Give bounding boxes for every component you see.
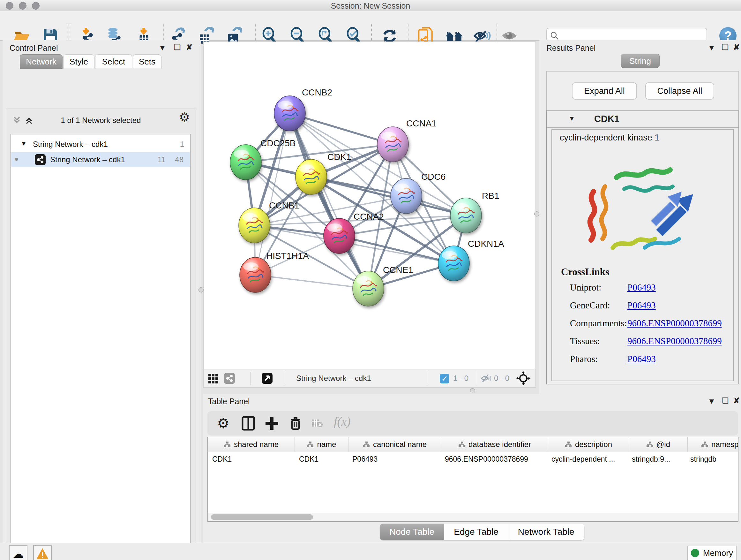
network-row-selected[interactable]: ● String Network – cdk1 11 48 [11, 152, 190, 167]
collapse-all-button[interactable]: Collapse All [645, 82, 714, 100]
table-panel: Table Panel ▼ ❏ ✘ ⚙ f(x) shared namename… [203, 394, 741, 543]
node-CCNE1[interactable] [353, 271, 384, 306]
node-label-CCNA2: CCNA2 [354, 212, 384, 222]
crosslink-link[interactable]: 9606.ENSP00000378699 [627, 336, 722, 347]
edge-CCNB2-CCNE1[interactable] [290, 113, 368, 289]
crosslink-link[interactable]: 9606.ENSP00000378699 [627, 318, 722, 328]
network-options-gear-icon[interactable]: ⚙ [179, 113, 190, 121]
network-nodes [230, 96, 482, 306]
column-header-shared-name[interactable]: shared name [208, 437, 295, 452]
float-panel-icon[interactable]: ❏ [174, 44, 181, 51]
tab-style[interactable]: Style [63, 54, 94, 69]
table-row[interactable]: CDK1CDK1P064939606.ENSP00000378699cyclin… [208, 452, 738, 466]
network-edge-count: 48 [175, 155, 184, 164]
search-icon [550, 31, 559, 40]
selected-count: 1 - 0 [453, 374, 468, 383]
column-header-namespace[interactable]: namespace [688, 437, 738, 452]
float-panel-icon[interactable]: ❏ [722, 397, 729, 405]
table-cell[interactable]: CDK1 [294, 452, 348, 466]
node-CCNA1[interactable] [377, 127, 408, 162]
delete-column-trash-icon[interactable] [288, 416, 303, 431]
crosslink-row: GeneCard:P06493 [570, 300, 730, 311]
table-horizontal-scrollbar[interactable] [208, 513, 738, 521]
crosslink-link[interactable]: P06493 [627, 282, 656, 293]
tab-edge-table[interactable]: Edge Table [444, 523, 509, 540]
column-header-name[interactable]: name [295, 437, 348, 452]
node-HIST1H1A[interactable] [240, 257, 271, 293]
crosslink-row: Tissues:9606.ENSP00000378699 [570, 336, 730, 347]
pan-crosshair-icon[interactable] [516, 371, 530, 385]
attribute-type-icon [363, 441, 370, 448]
close-panel-icon[interactable]: ✘ [733, 397, 740, 405]
table-cell[interactable]: CDK1 [208, 452, 294, 466]
warnings-button[interactable] [33, 545, 52, 560]
tab-select[interactable]: Select [95, 54, 132, 69]
table-type-tabs: Node TableEdge TableNetwork Table [380, 523, 584, 540]
column-header-description[interactable]: description [548, 437, 629, 452]
gene-card-header[interactable]: ▼ CDK1 [547, 111, 738, 128]
network-share-view-icon[interactable] [224, 373, 235, 384]
attribute-type-icon [565, 441, 572, 448]
collapse-panel-icon[interactable]: ▼ [708, 44, 716, 52]
close-panel-icon[interactable]: ✘ [186, 44, 192, 51]
collection-expander-icon[interactable]: ▼ [21, 140, 27, 147]
tab-string[interactable]: String [621, 54, 660, 68]
gene-card-cdk1: ▼ CDK1 cyclin-dependent kinase 1 [546, 111, 739, 384]
node-CCNA2[interactable] [324, 219, 355, 253]
memory-button[interactable]: Memory [687, 546, 737, 560]
selected-checkbox-icon[interactable]: ✓ [440, 374, 449, 383]
expand-all-button[interactable]: Expand All [572, 82, 637, 100]
network-selected-status: 1 of 1 Network selected [6, 116, 196, 125]
right-splitter-handle[interactable] [534, 211, 539, 216]
table-header-row: shared namenamecanonical namedatabase id… [208, 437, 738, 452]
table-cell[interactable]: stringdb [686, 452, 738, 466]
grid-view-icon[interactable] [208, 374, 218, 384]
node-CDKN1A[interactable] [438, 246, 469, 281]
delete-table-icon [312, 418, 323, 428]
birds-eye-view-icon[interactable] [262, 373, 273, 384]
column-header--id[interactable]: @id [629, 437, 688, 452]
table-cell[interactable]: stringdb:9... [627, 452, 686, 466]
node-CCNB1[interactable] [239, 208, 270, 243]
edge-CCNB2-CCNA1[interactable] [290, 113, 393, 144]
left-splitter-handle[interactable] [199, 287, 204, 293]
gene-expander-icon[interactable]: ▼ [569, 115, 575, 122]
add-column-icon[interactable] [264, 416, 280, 431]
node-label-CDC6: CDC6 [421, 172, 446, 182]
crosslink-link[interactable]: P06493 [627, 354, 656, 364]
node-label-CCNB2: CCNB2 [302, 87, 332, 98]
scrollbar-thumb[interactable] [211, 514, 313, 520]
table-cell[interactable]: cyclin-dependent ... [547, 452, 627, 466]
tab-sets[interactable]: Sets [133, 54, 161, 69]
column-header-canonical-name[interactable]: canonical name [348, 437, 441, 452]
float-panel-icon[interactable]: ❏ [722, 44, 729, 51]
show-columns-icon[interactable] [241, 416, 256, 431]
cloud-status-button[interactable]: ☁ [9, 545, 27, 560]
node-CDK1[interactable] [295, 159, 327, 194]
node-CDC25B[interactable] [230, 145, 261, 180]
table-cell[interactable]: P06493 [348, 452, 441, 466]
bottom-splitter-handle[interactable] [470, 388, 475, 393]
tab-network-table[interactable]: Network Table [509, 523, 584, 540]
network-collection-row[interactable]: ▼ String Network – cdk1 1 [11, 137, 190, 152]
column-header-database-identifier[interactable]: database identifier [441, 437, 548, 452]
close-panel-icon[interactable]: ✘ [733, 44, 740, 51]
memory-label: Memory [703, 548, 733, 558]
crosslink-row: Uniprot:P06493 [570, 282, 730, 293]
tab-network[interactable]: Network [20, 54, 63, 69]
collapse-panel-icon[interactable]: ▼ [708, 397, 716, 405]
node-RB1[interactable] [450, 198, 482, 233]
control-panel-tabs: NetworkStyleSelectSets [20, 54, 162, 69]
edge-HIST1H1A-CCNE1[interactable] [255, 275, 368, 289]
node-CDC6[interactable] [391, 179, 422, 213]
node-CCNB2[interactable] [274, 96, 306, 131]
search-input[interactable] [562, 29, 703, 42]
collapse-panel-icon[interactable]: ▼ [158, 44, 166, 52]
network-type-icon [35, 154, 46, 165]
network-canvas[interactable]: CCNB2CCNA1CDC25BCDK1CDC6RB1CCNB1CCNA2CDK… [204, 42, 536, 369]
crosslink-link[interactable]: P06493 [627, 300, 656, 311]
tab-node-table[interactable]: Node Table [380, 523, 444, 540]
table-cell[interactable]: 9606.ENSP00000378699 [441, 452, 547, 466]
window-title: Session: New Session [0, 1, 741, 10]
table-options-gear-icon[interactable]: ⚙ [217, 416, 232, 431]
